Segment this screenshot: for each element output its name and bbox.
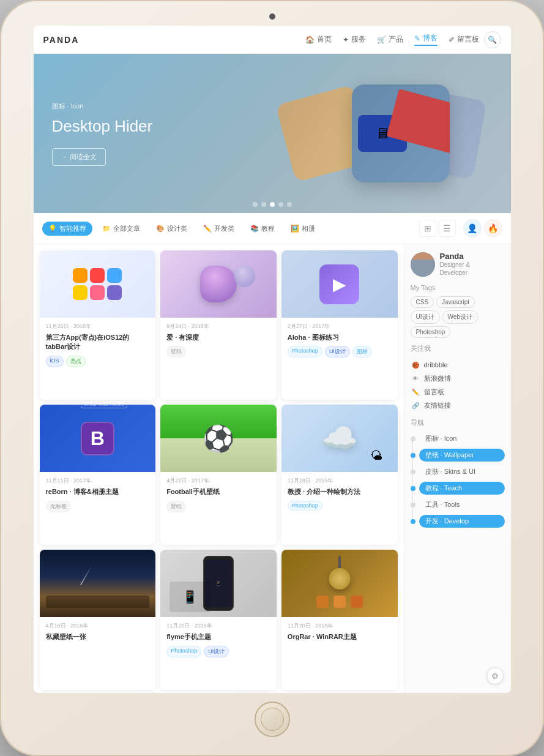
nav-service[interactable]: ✦ 服务 [343, 34, 366, 45]
nav-item-wallpaper[interactable]: 壁纸 · Wallpaper [411, 449, 505, 462]
nav-item-skin[interactable]: 皮肤 · Skins & UI [411, 465, 505, 478]
card-tags-1: iOS 亮点 [46, 356, 150, 367]
tag-photoshop[interactable]: Photoshop [411, 326, 451, 338]
follow-dribbble[interactable]: 🏀 dribbble [411, 358, 505, 372]
tag-ps-6[interactable]: Photoshop [288, 501, 322, 511]
blog-card-football[interactable]: ⚽ 4月22日 · 2017年 Football手机壁纸 壁纸 [160, 405, 277, 545]
filter-tutorial[interactable]: 📚教程 [244, 222, 281, 236]
hero-dot-5[interactable] [287, 202, 292, 207]
follow-guestbook[interactable]: ✏️ 留言板 [411, 385, 505, 399]
card-title-3: Aloha · 图标练习 [288, 333, 392, 342]
tag-icon-3[interactable]: 图标 [352, 346, 372, 357]
hero-dot-3[interactable] [270, 202, 275, 207]
nav-item-icon[interactable]: 图标 · Icon [411, 432, 505, 445]
nav-dot-tools [411, 503, 415, 507]
tag-ps-8[interactable]: Photoshop [166, 646, 201, 657]
card-body-4: 11月11日 · 2017年 reBorn · 博客&相册主题 无标签 [40, 472, 156, 517]
card-tags-8: Photoshop UI设计 [166, 646, 270, 657]
tag-ui-design[interactable]: UI设计 [411, 310, 440, 324]
nav-home[interactable]: 🏠 首页 [305, 34, 332, 45]
blog-card-aloha[interactable]: ▶ 2月27日 · 2017年 Aloha · 图标练习 Photoshop U… [281, 250, 398, 400]
nav-links: 🏠 首页 ✦ 服务 🛒 产品 ✎ 博客 ✐ 留言板 [305, 33, 479, 46]
profile-info: Panda Designer &Developer [440, 252, 470, 277]
tag-wallpaper-5[interactable]: 壁纸 [166, 501, 186, 512]
blog-card-flyme[interactable]: 📱 📱 11月20日 · 2015年 flyme手机主题 Photoshop U… [160, 550, 277, 690]
filter-design[interactable]: 🎨设计类 [150, 222, 193, 236]
filter-all[interactable]: 📁全部文章 [96, 222, 146, 236]
card-img-reborn: WordPress Theme B [40, 405, 156, 472]
card-title-7: 私藏壁纸一张 [46, 632, 150, 642]
hero-dot-4[interactable] [278, 202, 283, 207]
card-title-1: 第三方App(寄点)在iOS12的tabBar设计 [46, 333, 150, 352]
sidebar: Panda Designer &Developer My Tags CSS Ja… [404, 244, 511, 693]
blog-card-ios-tab[interactable]: 11月26日 · 2018年 第三方App(寄点)在iOS12的tabBar设计… [40, 250, 156, 400]
nav-label-tutorial: 教程 · Teach [419, 482, 505, 495]
tag-ui-3[interactable]: UI设计 [325, 346, 350, 357]
nav-label-icon: 图标 · Icon [419, 432, 505, 445]
nav-label-develop: 开发 · Develop [419, 515, 505, 528]
tag-javascript[interactable]: Javascript [436, 296, 475, 308]
hero-read-btn[interactable]: → 阅读全文 [52, 148, 106, 166]
card-title-2: 爱 · 有深度 [166, 333, 270, 342]
blog-card-orgrar[interactable]: 11月20日 · 2015年 OrgRar · WinRAR主题 [281, 550, 398, 690]
nav-logo: PANDA [43, 35, 80, 45]
card-title-4: reBorn · 博客&相册主题 [46, 487, 150, 496]
card-img-wallpaper1 [40, 550, 156, 617]
card-img-flyme: 📱 📱 [160, 550, 277, 617]
card-date-8: 11月20日 · 2015年 [166, 622, 270, 630]
nav-item-tutorial[interactable]: 教程 · Teach [411, 482, 505, 495]
nav-blog[interactable]: ✎ 博客 [414, 33, 438, 46]
nav-guestbook[interactable]: ✐ 留言板 [449, 34, 479, 45]
camera [269, 13, 275, 20]
card-img-aloha: ▶ [281, 250, 398, 318]
search-button[interactable]: 🔍 [484, 31, 501, 48]
grid-view-btn[interactable]: ⊞ [419, 220, 436, 237]
fire-icon-btn[interactable]: 🔥 [484, 219, 502, 238]
filter-album[interactable]: 🖼️相册 [285, 222, 321, 236]
home-button[interactable] [255, 702, 290, 737]
hero-dots [253, 202, 292, 207]
hero-category: 图标 · Icon [52, 102, 153, 111]
hero-content: 图标 · Icon Desktop Hider → 阅读全文 [34, 83, 171, 184]
card-title-5: Football手机壁纸 [166, 487, 270, 496]
blog-card-weather[interactable]: ☁️ 🌤 11月28日 · 2015年 教授 · 介绍一种绘制方法 Photos… [281, 405, 398, 545]
nav-dot-skin [411, 470, 415, 474]
follow-friendlinks[interactable]: 🔗 友情链接 [411, 399, 505, 412]
hero-title: Desktop Hider [52, 117, 153, 136]
tag-nolabel[interactable]: 无标签 [46, 501, 71, 512]
hero-dot-1[interactable] [253, 202, 258, 207]
blog-card-reborn[interactable]: WordPress Theme B 11月11日 · 2017年 reBorn … [40, 405, 156, 545]
list-view-btn[interactable]: ☰ [439, 220, 456, 237]
nav-dot-icon [411, 436, 415, 441]
card-tags-3: Photoshop UI设计 图标 [288, 346, 392, 357]
follow-weibo[interactable]: 👁 新浪微博 [411, 372, 505, 385]
hero-dot-2[interactable] [261, 202, 266, 207]
card-body-1: 11月26日 · 2018年 第三方App(寄点)在iOS12的tabBar设计… [40, 318, 156, 372]
card-body-7: 4月16日 · 2016年 私藏壁纸一张 [40, 617, 156, 650]
blog-grid: 11月26日 · 2018年 第三方App(寄点)在iOS12的tabBar设计… [34, 244, 404, 693]
blog-card-love[interactable]: 9月24日 · 2018年 爱 · 有深度 壁纸 [160, 250, 277, 400]
blog-card-wallpaper1[interactable]: 4月16日 · 2016年 私藏壁纸一张 [40, 550, 156, 690]
tag-highlight[interactable]: 亮点 [66, 356, 86, 367]
nav-item-tools[interactable]: 工具 · Tools [411, 498, 505, 511]
filter-recommend[interactable]: 💡智能推荐 [42, 222, 92, 236]
tag-ios[interactable]: iOS [46, 356, 64, 367]
ipad-frame: PANDA 🏠 首页 ✦ 服务 🛒 产品 ✎ 博客 ✐ 留言板 🔍 图标 · I… [0, 0, 544, 756]
weibo-icon: 👁 [411, 373, 420, 383]
tag-web-design[interactable]: Web设计 [442, 310, 478, 324]
corner-settings-btn[interactable]: ⚙ [486, 667, 504, 684]
tags-section-title: My Tags [411, 284, 505, 291]
tag-ps-3[interactable]: Photoshop [288, 346, 322, 357]
nav-label-wallpaper: 壁纸 · Wallpaper [419, 449, 505, 462]
nav-product[interactable]: 🛒 产品 [377, 34, 403, 45]
tag-ui-8[interactable]: UI设计 [204, 646, 229, 657]
tag-wallpaper-2[interactable]: 壁纸 [166, 346, 186, 357]
filter-dev[interactable]: ✏️开发类 [197, 222, 240, 236]
avatar-face [411, 252, 435, 277]
tag-css[interactable]: CSS [411, 296, 434, 308]
card-date-3: 2月27日 · 2017年 [288, 323, 392, 331]
profile-role: Designer &Developer [440, 261, 470, 277]
nav-item-develop[interactable]: 开发 · Develop [411, 515, 505, 528]
card-date-4: 11月11日 · 2017年 [46, 477, 150, 485]
user-icon-btn[interactable]: 👤 [463, 219, 482, 238]
